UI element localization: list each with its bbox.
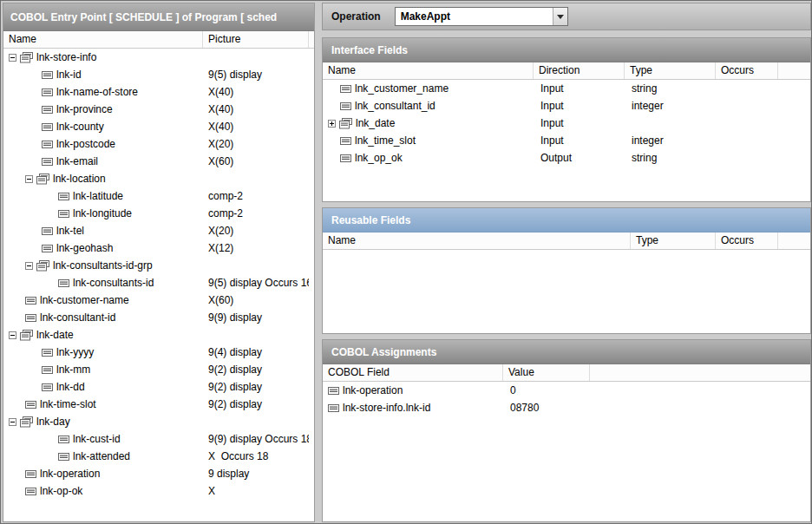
- column-header-occurs[interactable]: Occurs: [716, 62, 778, 79]
- tree-row-lnk-consultant-id[interactable]: lnk-consultant-id9(9) display: [3, 309, 314, 326]
- type-cell: string: [625, 149, 716, 167]
- interface-name-cell: lnk_op_ok: [323, 149, 534, 167]
- column-header-cobol-field[interactable]: COBOL Field: [323, 364, 503, 381]
- interface-row-lnk-consultant-id[interactable]: lnk_consultant_idInputinteger: [323, 97, 810, 115]
- tree-row-lnk-geohash[interactable]: lnk-geohashX(12): [3, 239, 314, 257]
- tree-row-lnk-name-of-store[interactable]: lnk-name-of-storeX(40): [3, 83, 314, 101]
- field-picture: 9(4) display: [208, 346, 262, 358]
- field-picture-cell: 9(5) display: [203, 66, 309, 83]
- row-indent: [3, 92, 42, 93]
- field-picture-cell: 9(9) display: [203, 309, 309, 326]
- row-indent: [3, 300, 25, 301]
- tree-row-lnk-date[interactable]: lnk-date: [3, 326, 314, 344]
- field-name: lnk-latitude: [73, 190, 123, 202]
- tree-row-lnk-consultants-id[interactable]: lnk-consultants-id9(5) display Occurs 16: [3, 274, 314, 291]
- tree-row-lnk-attended[interactable]: lnk-attendedX Occurs 18: [3, 448, 314, 465]
- collapse-toggle-icon[interactable]: [9, 331, 16, 339]
- tree-name-cell: lnk-attended: [3, 448, 203, 465]
- tree-row-lnk-day[interactable]: lnk-day: [3, 413, 314, 430]
- tree-row-lnk-mm[interactable]: lnk-mm9(2) display: [3, 361, 314, 378]
- field-icon: [42, 383, 53, 392]
- tree-row-lnk-location[interactable]: lnk-location: [3, 170, 314, 187]
- column-header-picture[interactable]: Picture: [203, 31, 309, 48]
- field-picture-cell: 9(2) display: [203, 361, 309, 378]
- interface-row-lnk-time-slot[interactable]: lnk_time_slotInputinteger: [323, 132, 810, 149]
- tree-row-lnk-county[interactable]: lnk-countyX(40): [3, 118, 314, 135]
- interface-row-lnk-date[interactable]: lnk_dateInput: [323, 115, 810, 132]
- tree-row-lnk-customer-name[interactable]: lnk-customer-nameX(60): [3, 291, 314, 309]
- column-header-type[interactable]: Type: [631, 233, 716, 249]
- field-picture-cell: X: [203, 482, 309, 500]
- assignment-row-lnk-store-info.lnk-id[interactable]: lnk-store-info.lnk-id08780: [323, 399, 810, 416]
- direction-cell: Input: [534, 97, 625, 115]
- field-name: lnk-county: [56, 121, 104, 133]
- tree-row-lnk-yyyy[interactable]: lnk-yyyy9(4) display: [3, 344, 314, 361]
- column-header-type[interactable]: Type: [625, 62, 716, 79]
- row-indent: [3, 265, 25, 266]
- column-header-direction[interactable]: Direction: [534, 62, 625, 79]
- tree-row-lnk-dd[interactable]: lnk-dd9(2) display: [3, 378, 314, 396]
- occurs-cell: [716, 115, 778, 132]
- panel-splitter[interactable]: [315, 3, 322, 522]
- field-picture-cell: 9(2) display: [203, 378, 309, 396]
- assignment-row-lnk-operation[interactable]: lnk-operation0: [323, 382, 810, 399]
- interface-row-lnk-customer-name[interactable]: lnk_customer_nameInputstring: [323, 80, 810, 97]
- field-icon: [42, 122, 53, 132]
- tree-row-lnk-operation[interactable]: lnk-operation9 display: [3, 465, 314, 482]
- field-picture-cell: 9 display: [203, 465, 309, 482]
- operation-dropdown[interactable]: MakeAppt: [395, 7, 568, 26]
- column-header-name[interactable]: Name: [323, 233, 631, 249]
- field-picture-cell: 9(5) display Occurs 16: [203, 274, 309, 291]
- tree-row-lnk-id[interactable]: lnk-id9(5) display: [3, 66, 314, 83]
- tree-row-lnk-province[interactable]: lnk-provinceX(40): [3, 101, 314, 118]
- field-icon: [328, 386, 339, 396]
- field-name: lnk-id: [56, 69, 82, 81]
- column-header-filler: [778, 233, 810, 249]
- tree-row-lnk-cust-id[interactable]: lnk-cust-id9(9) display Occurs 18: [3, 430, 314, 448]
- tree-row-lnk-op-ok[interactable]: lnk-op-okX: [3, 482, 314, 500]
- direction-cell: Input: [534, 115, 625, 132]
- collapse-toggle-icon[interactable]: [25, 262, 33, 270]
- tree-row-lnk-time-slot[interactable]: lnk-time-slot9(2) display: [3, 396, 314, 413]
- column-header-occurs[interactable]: Occurs: [716, 233, 778, 249]
- interface-row-lnk-op-ok[interactable]: lnk_op_okOutputstring: [323, 149, 810, 167]
- field-direction: Input: [540, 117, 564, 129]
- tree-name-cell: lnk-geohash: [3, 239, 203, 257]
- field-name: lnk_date: [356, 117, 395, 129]
- row-indent: [323, 88, 340, 89]
- column-header-filler: [590, 364, 810, 381]
- interface-name-cell: lnk_time_slot: [323, 132, 534, 149]
- field-name: lnk-location: [53, 173, 106, 185]
- tree-row-lnk-store-info[interactable]: lnk-store-info: [3, 49, 314, 66]
- field-icon: [25, 400, 36, 409]
- tree-row-lnk-email[interactable]: lnk-emailX(60): [3, 153, 314, 170]
- mapping-panel: Operation MakeAppt Interface Fields Name…: [322, 3, 811, 522]
- field-picture-cell: X(40): [203, 101, 309, 118]
- dropdown-arrow-icon[interactable]: [553, 8, 567, 25]
- tree-row-lnk-postcode[interactable]: lnk-postcodeX(20): [3, 135, 314, 153]
- field-picture-cell: X(60): [203, 153, 309, 170]
- field-name: lnk_consultant_id: [355, 100, 435, 112]
- tree-row-lnk-consultants-id-grp[interactable]: lnk-consultants-id-grp: [3, 257, 314, 274]
- field-picture-cell: comp-2: [203, 205, 309, 222]
- occurs-cell: [716, 80, 778, 97]
- column-header-name[interactable]: Name: [323, 62, 534, 79]
- expand-toggle-icon[interactable]: [328, 120, 336, 128]
- tree-row-lnk-tel[interactable]: lnk-telX(20): [3, 222, 314, 239]
- column-header-name[interactable]: Name: [3, 31, 203, 48]
- field-name: lnk-date: [36, 329, 74, 341]
- operation-dropdown-value: MakeAppt: [396, 10, 553, 23]
- direction-cell: Input: [534, 132, 625, 149]
- collapse-toggle-icon[interactable]: [9, 418, 16, 426]
- column-header-filler: [778, 62, 810, 79]
- field-picture-cell: [203, 170, 309, 187]
- interface-fields-header: Interface Fields: [323, 38, 810, 62]
- tree-row-lnk-longitude[interactable]: lnk-longitudecomp-2: [3, 205, 314, 222]
- field-icon: [25, 487, 36, 496]
- tree-row-lnk-latitude[interactable]: lnk-latitudecomp-2: [3, 187, 314, 205]
- collapse-toggle-icon[interactable]: [25, 175, 33, 183]
- column-header-value[interactable]: Value: [503, 364, 590, 381]
- group-icon: [20, 52, 33, 63]
- field-picture-cell: 9(4) display: [203, 344, 309, 361]
- collapse-toggle-icon[interactable]: [9, 54, 16, 62]
